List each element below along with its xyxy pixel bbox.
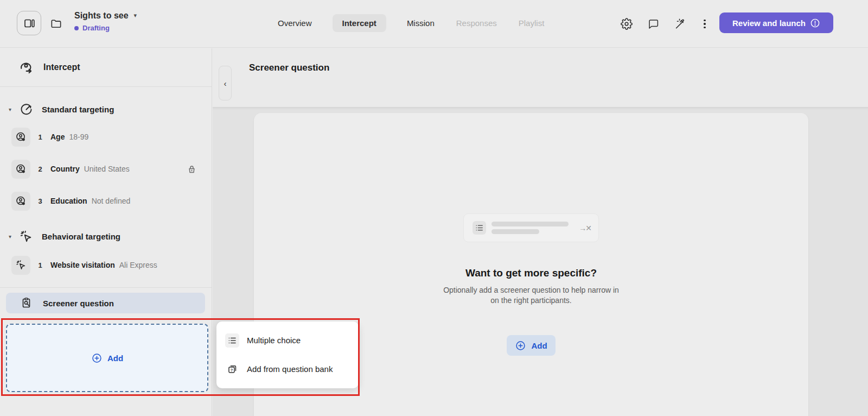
main-add-label: Add: [531, 341, 547, 350]
targeting-item-country[interactable]: 2 Country United States: [0, 157, 212, 181]
cursor-click-icon: [11, 256, 30, 275]
more-options-kebab-icon[interactable]: [700, 20, 710, 29]
targeting-item-website-visitation[interactable]: 1 Website visitation Ali Express: [0, 253, 212, 277]
sidebar-intercept-label: Intercept: [43, 62, 80, 72]
alert-circle-icon: [810, 18, 820, 28]
sidebar-divider: [0, 287, 212, 288]
item-label: Country: [50, 165, 80, 173]
project-title-block[interactable]: Sights to see▾ Drafting: [74, 11, 137, 32]
tab-playlist: Playlist: [518, 14, 546, 32]
empty-state-illustration: →✕: [463, 213, 599, 242]
question-bank-icon: ?: [225, 362, 239, 376]
clipboard-search-icon: [20, 297, 33, 310]
app-window: Sights to see▾ Drafting Overview Interce…: [0, 0, 868, 416]
caret-down-icon[interactable]: ▾: [9, 106, 14, 112]
menu-item-label: Multiple choice: [247, 336, 301, 345]
top-header: Sights to see▾ Drafting Overview Interce…: [0, 0, 868, 48]
sidebar-intercept-header[interactable]: Intercept: [0, 48, 212, 87]
tab-overview[interactable]: Overview: [277, 14, 313, 32]
page-title: Screener question: [249, 62, 329, 73]
skeleton-bars: [492, 222, 569, 234]
settings-gear-icon[interactable]: [620, 17, 633, 30]
item-value: 18-99: [69, 133, 88, 141]
plus-circle-icon: [91, 352, 103, 364]
empty-state-description: Optionally add a screener question to he…: [254, 285, 808, 306]
screener-add-dropzone[interactable]: Add: [6, 324, 208, 392]
sidebar-item-screener-question[interactable]: Screener question: [6, 293, 205, 313]
dismiss-arrow-icon: →✕: [579, 224, 591, 232]
status-label: Drafting: [82, 24, 110, 32]
section-standard-targeting-label: Standard targeting: [42, 105, 114, 114]
targeting-item-age[interactable]: 1 Age 18-99: [0, 125, 212, 149]
tab-intercept[interactable]: Intercept: [333, 14, 386, 32]
add-screener-button[interactable]: Add: [507, 335, 556, 356]
review-and-launch-button[interactable]: Review and launch: [719, 12, 833, 33]
item-value: Not defined: [92, 197, 131, 205]
add-question-dropdown-menu: Multiple choice ? Add from question bank: [216, 322, 359, 388]
item-number: 3: [36, 197, 44, 205]
sidebar-collapse-button[interactable]: ‹: [219, 66, 232, 100]
comment-icon[interactable]: [647, 17, 660, 30]
section-behavioral-targeting[interactable]: ▾ Behavioral targeting: [0, 226, 212, 246]
demographic-person-icon: [11, 128, 30, 147]
list-icon: [225, 333, 239, 348]
tab-mission[interactable]: Mission: [406, 14, 436, 32]
list-icon: [473, 221, 486, 235]
standard-targeting-icon: [18, 102, 34, 117]
nav-tabs: Overview Intercept Mission Responses Pla…: [277, 13, 545, 33]
tab-responses: Responses: [455, 14, 498, 32]
item-label: Education: [50, 197, 87, 205]
panel-toggle-icon: [23, 17, 36, 30]
item-number: 1: [36, 261, 44, 269]
app-logo-button[interactable]: [17, 11, 41, 35]
plus-circle-icon: [515, 340, 526, 351]
svg-text:?: ?: [230, 368, 233, 373]
review-and-launch-label: Review and launch: [732, 18, 806, 28]
demographic-person-icon: [11, 192, 30, 211]
project-title: Sights to see: [74, 11, 129, 21]
item-number: 1: [36, 133, 44, 141]
targeting-item-education[interactable]: 3 Education Not defined: [0, 189, 212, 213]
menu-item-label: Add from question bank: [247, 364, 333, 374]
empty-state-title: Want to get more specific?: [254, 267, 808, 279]
item-number: 2: [36, 165, 44, 173]
section-standard-targeting[interactable]: ▾ Standard targeting: [0, 99, 212, 119]
sidebar: Intercept ▾ Standard targeting 1 Age 18-…: [0, 48, 212, 416]
intercept-icon: [18, 59, 34, 75]
lock-icon: [186, 163, 197, 175]
item-label: Age: [50, 133, 65, 141]
status-dot-icon: [74, 26, 79, 30]
status-badge: Drafting: [74, 24, 137, 32]
menu-item-add-from-question-bank[interactable]: ? Add from question bank: [216, 355, 359, 383]
chevron-down-icon: ▾: [134, 12, 137, 19]
item-label: Website visitation: [50, 261, 115, 269]
folder-icon[interactable]: [49, 16, 63, 30]
item-value: United States: [84, 165, 130, 173]
demographic-person-icon: [11, 160, 30, 179]
header-icon-group: [620, 0, 710, 48]
screener-question-label: Screener question: [43, 299, 114, 308]
section-behavioral-targeting-label: Behavioral targeting: [42, 232, 120, 241]
chevron-left-icon: ‹: [224, 79, 227, 88]
item-value: Ali Express: [119, 261, 157, 269]
sidebar-add-label: Add: [107, 354, 123, 363]
magic-wand-icon[interactable]: [673, 17, 686, 30]
caret-down-icon[interactable]: ▾: [9, 234, 14, 239]
menu-item-multiple-choice[interactable]: Multiple choice: [216, 326, 359, 355]
behavioral-targeting-icon: [18, 229, 34, 244]
